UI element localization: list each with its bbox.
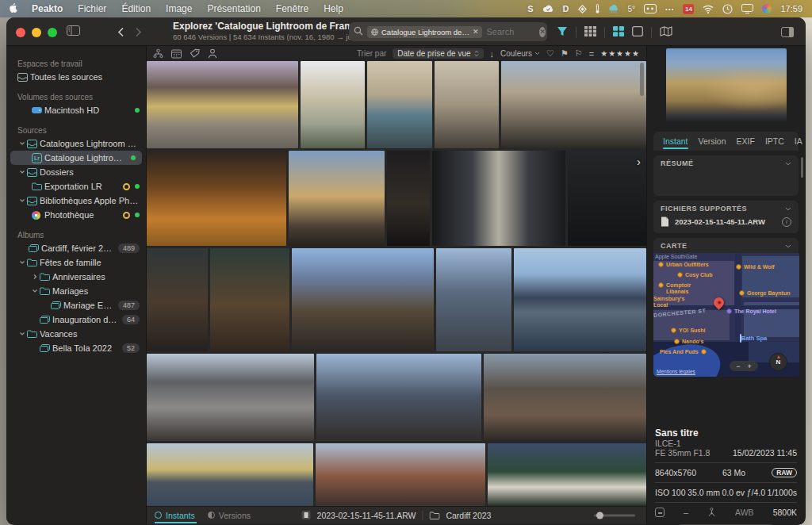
back-button[interactable] — [117, 26, 124, 40]
photo-thumbnail[interactable] — [147, 248, 208, 352]
chevron-right-icon[interactable] — [30, 274, 40, 280]
versions-toggle[interactable]: Versions — [208, 507, 252, 523]
menu-app-name[interactable]: Peakto — [32, 3, 63, 14]
forward-button[interactable] — [135, 26, 142, 40]
minimize-window-button[interactable] — [32, 28, 41, 37]
photo-thumbnail[interactable] — [292, 248, 435, 352]
photo-thumbnail[interactable] — [432, 151, 565, 246]
chevron-down-icon[interactable] — [17, 197, 27, 204]
more-status-icon[interactable]: ••• — [665, 6, 674, 13]
calendar-icon[interactable] — [171, 49, 182, 59]
selected-photo-preview[interactable] — [666, 48, 787, 121]
sidebar-item-phototheque[interactable]: Photothèque — [6, 208, 146, 222]
resume-header[interactable]: RÉSUMÉ — [653, 155, 799, 171]
chevron-down-icon[interactable] — [17, 259, 27, 266]
close-window-button[interactable] — [16, 28, 25, 37]
sidebar-item-anniversaires[interactable]: Anniversaires — [6, 270, 146, 284]
menu-fenetre[interactable]: Fenêtre — [276, 3, 308, 14]
flag-filter-icon[interactable]: ⚑ — [561, 48, 569, 59]
grid-scrollbar-thumb[interactable] — [640, 63, 644, 96]
toggle-sidebar-icon[interactable] — [67, 25, 80, 39]
sidebar-item-exportation-lr[interactable]: Exportation LR — [6, 179, 146, 194]
photo-thumbnail[interactable] — [210, 248, 289, 352]
rating-equals-icon[interactable]: = — [589, 49, 594, 59]
file-info-icon[interactable]: i — [782, 217, 791, 227]
display-icon[interactable] — [741, 4, 753, 13]
sidebar-item-bibliotheques-apple-photos[interactable]: Bibliothèques Apple Photos — [6, 194, 146, 208]
toggle-inspector-icon[interactable] — [781, 26, 794, 40]
photo-thumbnail[interactable] — [147, 443, 313, 506]
sidebar-item-macintosh-hd[interactable]: Macintosh HD — [6, 103, 146, 117]
favorite-filter-icon[interactable]: ♡ — [546, 48, 554, 59]
map-poi[interactable]: Cosy Club — [677, 272, 713, 278]
supported-file-row[interactable]: 2023-02-15-11-45-11.ARW i — [653, 216, 799, 233]
map-poi[interactable]: Urban Outfitters — [658, 262, 709, 268]
flag-rejected-filter-icon[interactable]: ⚐ — [575, 48, 583, 59]
map-poi[interactable]: Sainsbury's Local — [653, 296, 690, 308]
map-poi[interactable]: Wild & Wolf — [736, 264, 775, 270]
photo-thumbnail[interactable] — [501, 61, 646, 148]
chevron-down-icon[interactable] — [30, 288, 40, 294]
photo-thumbnail[interactable] — [289, 151, 385, 246]
tag-icon[interactable] — [190, 48, 200, 59]
photo-thumbnail[interactable] — [436, 248, 511, 352]
cloud-sync-icon[interactable] — [542, 5, 554, 13]
chevron-down-icon[interactable] — [17, 169, 27, 175]
sidebar-item-inauguration[interactable]: Inauguration de Félix et Stép…64 — [6, 312, 146, 327]
diamond-icon[interactable] — [578, 5, 587, 13]
tab-instant[interactable]: Instant — [663, 132, 688, 151]
calendar-date-badge[interactable]: 14 — [683, 4, 694, 14]
grid-large-view-icon[interactable] — [613, 25, 624, 40]
photo-thumbnail[interactable] — [147, 354, 314, 441]
sidebar-item-fetes-de-famille[interactable]: Fêtes de famille — [6, 255, 146, 270]
search-token-chip[interactable]: Catalogue Lightroom de… ✕ — [367, 26, 482, 38]
photo-thumbnail[interactable] — [514, 248, 646, 352]
map-poi[interactable]: George Bayntun — [739, 290, 790, 297]
remove-token-icon[interactable]: ✕ — [473, 28, 479, 36]
hierarchy-icon[interactable] — [153, 48, 163, 59]
sidebar-item-vacances[interactable]: Vacances — [6, 327, 146, 341]
map-view-icon[interactable] — [660, 25, 672, 40]
compass-icon[interactable]: N — [769, 353, 787, 371]
search-field[interactable]: Catalogue Lightroom de… ✕ ✕ — [349, 22, 547, 41]
single-view-icon[interactable] — [632, 25, 643, 40]
sidebar-item-mariages[interactable]: Mariages — [6, 284, 146, 298]
star-rating-filter[interactable]: ★★★★★ — [600, 49, 640, 58]
slider-knob[interactable] — [596, 512, 603, 519]
sidebar-item-catalogues-lightroom-classic[interactable]: Catalogues Lightroom Classic — [6, 136, 146, 151]
tab-version[interactable]: Version — [699, 132, 726, 151]
sidebar-item-bella-tola-2022[interactable]: Bella Tola 202252 — [6, 341, 146, 355]
zoom-in-button[interactable]: + — [748, 362, 752, 370]
apple-menu-icon[interactable] — [10, 3, 19, 14]
sidebar-item-mariage-esthel-et-jonathan[interactable]: Mariage Esthel et Jonathan487 — [6, 298, 146, 312]
zoom-window-button[interactable] — [48, 28, 57, 37]
photo-thumbnail[interactable] — [301, 61, 365, 148]
weather-rain-icon[interactable] — [608, 4, 619, 13]
zoom-out-button[interactable]: − — [736, 362, 740, 370]
photo-thumbnail[interactable] — [484, 354, 646, 441]
photo-thumbnail[interactable] — [488, 443, 646, 506]
photo-thumbnail[interactable] — [147, 151, 286, 246]
siri-icon[interactable] — [762, 4, 772, 13]
sidebar-item-toutes-les-sources[interactable]: Toutes les sources — [6, 70, 146, 84]
chevron-right-icon[interactable]: › — [637, 155, 641, 168]
map-station[interactable]: Bath Spa — [730, 335, 777, 342]
photo-thumbnail[interactable] — [316, 443, 485, 506]
instants-toggle[interactable]: Instants — [155, 507, 197, 523]
map-poi-hotel[interactable]: The Royal Hotel — [726, 308, 776, 315]
wifi-icon[interactable] — [703, 5, 714, 13]
photo-thumbnail[interactable] — [387, 151, 430, 246]
grid-small-view-icon[interactable] — [584, 25, 596, 40]
supported-files-header[interactable]: FICHIERS SUPPORTÉS — [653, 201, 799, 216]
photo-thumbnail[interactable] — [367, 61, 433, 148]
photo-thumbnail[interactable] — [316, 354, 482, 441]
thermometer-icon[interactable] — [596, 4, 599, 13]
menu-fichier[interactable]: Fichier — [78, 3, 106, 14]
thumbnail-size-slider[interactable] — [594, 514, 635, 516]
menu-presentation[interactable]: Présentation — [207, 3, 260, 14]
colors-dropdown[interactable]: Couleurs — [500, 49, 540, 58]
tab-ia[interactable]: IA — [795, 132, 802, 151]
map-legal-link[interactable]: Mentions légales — [657, 369, 695, 374]
photo-thumbnail[interactable] — [435, 61, 499, 148]
status-d-icon[interactable]: D — [563, 4, 569, 13]
